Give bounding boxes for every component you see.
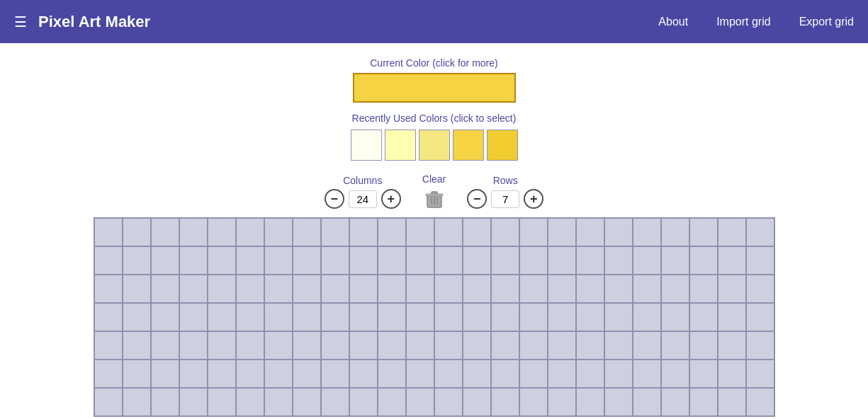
nav-import-grid[interactable]: Import grid <box>716 16 770 28</box>
pixel-cell[interactable] <box>746 275 774 303</box>
pixel-cell[interactable] <box>661 218 689 246</box>
pixel-cell[interactable] <box>491 246 519 275</box>
pixel-cell[interactable] <box>718 331 746 360</box>
pixel-cell[interactable] <box>179 275 208 303</box>
pixel-cell[interactable] <box>321 331 349 360</box>
pixel-cell[interactable] <box>689 331 718 360</box>
pixel-cell[interactable] <box>434 246 463 275</box>
pixel-cell[interactable] <box>321 388 349 416</box>
columns-increase-button[interactable]: + <box>381 189 401 209</box>
pixel-cell[interactable] <box>151 246 179 275</box>
pixel-cell[interactable] <box>604 360 633 388</box>
pixel-cell[interactable] <box>264 275 293 303</box>
pixel-cell[interactable] <box>491 303 519 331</box>
pixel-cell[interactable] <box>519 246 548 275</box>
pixel-cell[interactable] <box>94 303 123 331</box>
pixel-cell[interactable] <box>123 218 151 246</box>
clear-button[interactable] <box>423 188 446 210</box>
pixel-cell[interactable] <box>378 218 406 246</box>
pixel-cell[interactable] <box>604 303 633 331</box>
recent-color-swatch[interactable] <box>385 130 416 161</box>
pixel-cell[interactable] <box>378 275 406 303</box>
pixel-cell[interactable] <box>633 275 661 303</box>
pixel-cell[interactable] <box>349 275 378 303</box>
rows-value-input[interactable] <box>491 190 519 208</box>
pixel-cell[interactable] <box>661 360 689 388</box>
pixel-cell[interactable] <box>661 275 689 303</box>
pixel-cell[interactable] <box>548 303 576 331</box>
pixel-cell[interactable] <box>208 275 236 303</box>
pixel-cell[interactable] <box>746 360 774 388</box>
pixel-cell[interactable] <box>123 331 151 360</box>
pixel-cell[interactable] <box>321 275 349 303</box>
pixel-cell[interactable] <box>179 360 208 388</box>
pixel-cell[interactable] <box>378 360 406 388</box>
pixel-cell[interactable] <box>123 388 151 416</box>
pixel-cell[interactable] <box>208 388 236 416</box>
pixel-cell[interactable] <box>604 388 633 416</box>
pixel-cell[interactable] <box>718 303 746 331</box>
pixel-cell[interactable] <box>236 388 264 416</box>
pixel-cell[interactable] <box>349 303 378 331</box>
pixel-cell[interactable] <box>661 303 689 331</box>
pixel-cell[interactable] <box>264 246 293 275</box>
pixel-cell[interactable] <box>491 218 519 246</box>
pixel-cell[interactable] <box>208 218 236 246</box>
pixel-cell[interactable] <box>406 246 434 275</box>
recent-color-swatch[interactable] <box>419 130 450 161</box>
pixel-cell[interactable] <box>321 246 349 275</box>
pixel-cell[interactable] <box>548 388 576 416</box>
pixel-cell[interactable] <box>378 246 406 275</box>
current-color-swatch[interactable] <box>353 73 516 103</box>
pixel-cell[interactable] <box>689 388 718 416</box>
pixel-cell[interactable] <box>604 218 633 246</box>
pixel-cell[interactable] <box>718 246 746 275</box>
pixel-cell[interactable] <box>321 303 349 331</box>
pixel-cell[interactable] <box>689 303 718 331</box>
pixel-cell[interactable] <box>491 388 519 416</box>
pixel-cell[interactable] <box>661 246 689 275</box>
pixel-cell[interactable] <box>576 360 604 388</box>
pixel-cell[interactable] <box>434 275 463 303</box>
pixel-cell[interactable] <box>689 360 718 388</box>
pixel-cell[interactable] <box>293 218 321 246</box>
pixel-cell[interactable] <box>179 246 208 275</box>
pixel-cell[interactable] <box>689 246 718 275</box>
pixel-cell[interactable] <box>463 360 491 388</box>
pixel-cell[interactable] <box>576 303 604 331</box>
pixel-cell[interactable] <box>151 275 179 303</box>
pixel-cell[interactable] <box>633 303 661 331</box>
pixel-cell[interactable] <box>236 303 264 331</box>
pixel-cell[interactable] <box>208 331 236 360</box>
pixel-cell[interactable] <box>406 275 434 303</box>
pixel-cell[interactable] <box>633 331 661 360</box>
pixel-cell[interactable] <box>633 360 661 388</box>
pixel-cell[interactable] <box>151 218 179 246</box>
pixel-cell[interactable] <box>378 303 406 331</box>
pixel-cell[interactable] <box>548 218 576 246</box>
pixel-cell[interactable] <box>236 275 264 303</box>
pixel-cell[interactable] <box>434 388 463 416</box>
pixel-cell[interactable] <box>491 331 519 360</box>
recent-color-swatch[interactable] <box>487 130 518 161</box>
pixel-cell[interactable] <box>661 388 689 416</box>
pixel-cell[interactable] <box>94 246 123 275</box>
pixel-cell[interactable] <box>208 246 236 275</box>
pixel-cell[interactable] <box>293 360 321 388</box>
pixel-cell[interactable] <box>264 360 293 388</box>
pixel-cell[interactable] <box>94 218 123 246</box>
pixel-cell[interactable] <box>548 246 576 275</box>
pixel-cell[interactable] <box>434 303 463 331</box>
pixel-cell[interactable] <box>718 275 746 303</box>
pixel-cell[interactable] <box>434 331 463 360</box>
pixel-cell[interactable] <box>604 275 633 303</box>
pixel-cell[interactable] <box>548 331 576 360</box>
pixel-cell[interactable] <box>123 275 151 303</box>
pixel-cell[interactable] <box>434 218 463 246</box>
pixel-cell[interactable] <box>293 303 321 331</box>
pixel-cell[interactable] <box>746 246 774 275</box>
pixel-cell[interactable] <box>519 331 548 360</box>
pixel-cell[interactable] <box>236 218 264 246</box>
pixel-cell[interactable] <box>349 246 378 275</box>
pixel-cell[interactable] <box>718 360 746 388</box>
